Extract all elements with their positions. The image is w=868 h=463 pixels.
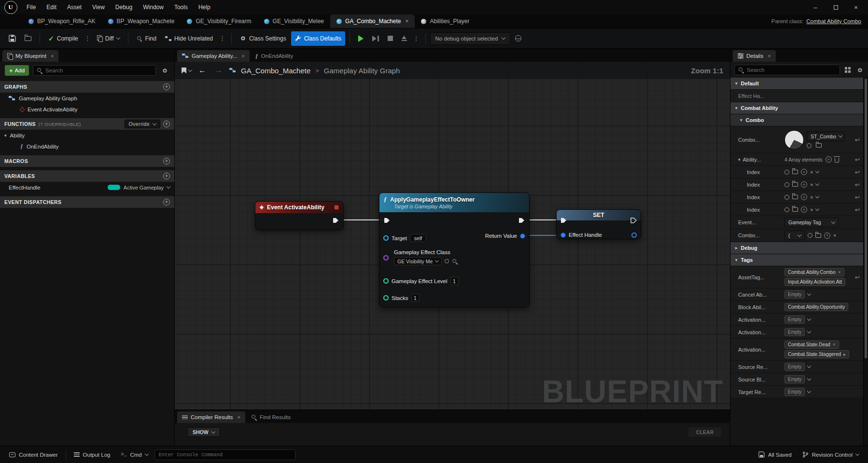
- add-button[interactable]: +Add: [5, 65, 29, 76]
- empty-tag-container[interactable]: Empty: [784, 363, 805, 371]
- class-settings-button[interactable]: Class Settings: [236, 31, 290, 46]
- revision-control-button[interactable]: Revision Control: [798, 449, 863, 461]
- insert-element-icon[interactable]: +: [801, 169, 807, 175]
- close-icon[interactable]: ×: [768, 53, 770, 59]
- remove-tag-icon[interactable]: ×: [833, 342, 836, 347]
- element-options-icon[interactable]: [815, 169, 819, 173]
- clear-array-icon[interactable]: [835, 158, 839, 163]
- class-defaults-button[interactable]: Class Defaults: [291, 31, 345, 46]
- use-selected-asset-icon[interactable]: [784, 182, 789, 187]
- tab-my-blueprint[interactable]: My Blueprint ×: [2, 50, 58, 62]
- my-blueprint-settings-button[interactable]: [160, 68, 169, 74]
- all-saved-button[interactable]: All Saved: [754, 449, 796, 461]
- menu-edit[interactable]: Edit: [41, 0, 62, 14]
- forward-button[interactable]: →: [213, 66, 224, 75]
- browse-asset-icon[interactable]: [815, 233, 821, 238]
- expand-caret-icon[interactable]: ▾: [4, 133, 7, 138]
- tag-chip[interactable]: Combat.Ability.Combo×: [784, 268, 844, 276]
- browse-to-asset-button[interactable]: [21, 31, 35, 46]
- event-tag-dropdown[interactable]: Gameplay Tag: [784, 218, 839, 227]
- insert-element-icon[interactable]: +: [801, 206, 807, 213]
- variable-effecthandle[interactable]: EffectHandle Active Gameplay: [0, 182, 174, 193]
- clear-button[interactable]: CLEAR: [688, 427, 721, 437]
- exec-in-pin[interactable]: [384, 218, 390, 223]
- reset-to-default-icon[interactable]: ↩: [852, 181, 863, 188]
- breadcrumb-root[interactable]: GA_Combo_Machete: [241, 67, 310, 75]
- chevron-down-icon[interactable]: [807, 317, 811, 321]
- section-combo[interactable]: ▾Combo: [730, 114, 863, 126]
- show-filter-dropdown[interactable]: SHOW: [187, 427, 220, 437]
- effect-handle-out-pin[interactable]: [631, 232, 637, 238]
- debug-object-dropdown[interactable]: No debug object selected: [430, 32, 511, 45]
- play-button[interactable]: [354, 31, 367, 46]
- gameplay-effect-class-pin[interactable]: [383, 255, 389, 260]
- effect-handle-in-pin[interactable]: [560, 232, 566, 238]
- override-dropdown[interactable]: Override: [125, 120, 160, 128]
- reset-to-default-icon[interactable]: ↩: [852, 274, 863, 281]
- tag-chip[interactable]: Combat.State.Dead×: [784, 340, 839, 349]
- add-event-dispatcher-icon[interactable]: +: [163, 199, 170, 205]
- stacks-field[interactable]: 1: [411, 294, 420, 302]
- combo-asset-thumbnail[interactable]: [784, 130, 804, 150]
- diff-button[interactable]: Diff: [93, 31, 124, 46]
- browse-asset-icon[interactable]: [452, 259, 458, 264]
- tab-gameplay-ability-graph[interactable]: Gameplay Ability... ×: [177, 50, 250, 62]
- close-icon[interactable]: ×: [238, 414, 240, 420]
- tag-chip[interactable]: Combat.State.Staggered▸: [784, 350, 849, 358]
- target-value-field[interactable]: self: [410, 234, 426, 242]
- tab-ga-combo-machete[interactable]: GA_Combo_Machete×: [330, 14, 415, 28]
- hide-unrelated-button[interactable]: Hide Unrelated: [161, 31, 217, 46]
- insert-element-icon[interactable]: +: [801, 194, 807, 200]
- node-set-effect-handle[interactable]: SET Effect Handle: [556, 209, 641, 239]
- add-icon[interactable]: +: [824, 232, 830, 239]
- menu-help[interactable]: Help: [193, 0, 216, 14]
- empty-tag-container[interactable]: Empty: [784, 375, 805, 383]
- gameplay-effect-level-field[interactable]: 1: [450, 277, 459, 285]
- section-macros[interactable]: MACROS+: [0, 155, 174, 167]
- combo-asset-dropdown[interactable]: ST_Combo: [807, 132, 844, 141]
- use-selected-asset-icon[interactable]: [807, 143, 812, 148]
- close-icon[interactable]: ×: [241, 53, 244, 59]
- expand-caret-icon[interactable]: ▾: [738, 157, 741, 162]
- section-variables[interactable]: VARIABLES+: [0, 170, 174, 182]
- menu-asset[interactable]: Asset: [62, 0, 87, 14]
- use-selected-asset-icon[interactable]: [784, 170, 789, 175]
- clear-icon[interactable]: ×: [833, 232, 836, 238]
- browse-asset-icon[interactable]: [816, 143, 822, 148]
- compile-button[interactable]: ✓Compile: [44, 31, 82, 46]
- function-item-onendability[interactable]: ƒOnEndAbility: [0, 141, 174, 152]
- insert-element-icon[interactable]: +: [801, 181, 807, 188]
- gameplay-effect-class-dropdown[interactable]: GE Visibility Me: [394, 257, 442, 265]
- tab-find-results[interactable]: Find Results: [246, 411, 295, 423]
- minimize-button[interactable]: –: [805, 0, 826, 14]
- tab-onendability[interactable]: ƒ OnEndAbility: [251, 50, 298, 62]
- remove-tag-icon[interactable]: ×: [838, 270, 841, 275]
- browse-asset-icon[interactable]: [792, 182, 798, 187]
- menu-view[interactable]: View: [87, 0, 110, 14]
- graph-canvas[interactable]: ← → GA_Combo_Machete > Gameplay Ability …: [175, 62, 730, 409]
- display-filter-button[interactable]: [843, 67, 852, 73]
- find-button[interactable]: Find: [133, 31, 160, 46]
- menu-file[interactable]: File: [21, 0, 41, 14]
- exec-out-pin[interactable]: [333, 218, 339, 223]
- details-scrollbar-track[interactable]: [863, 78, 868, 446]
- hide-unrelated-options-button[interactable]: ⋮: [218, 31, 227, 46]
- use-selected-asset-icon[interactable]: [808, 233, 812, 238]
- use-selected-asset-icon[interactable]: [784, 195, 789, 200]
- close-icon[interactable]: ×: [51, 53, 54, 59]
- section-graphs[interactable]: GRAPHS+: [0, 81, 174, 93]
- add-array-element-icon[interactable]: +: [826, 156, 832, 163]
- browse-asset-icon[interactable]: [792, 195, 798, 199]
- exec-out-pin[interactable]: [630, 218, 637, 223]
- frame-skip-button[interactable]: [368, 31, 383, 46]
- add-function-icon[interactable]: +: [163, 121, 170, 127]
- tag-chip[interactable]: Combat.Ability.Opportunity: [784, 303, 848, 311]
- my-blueprint-search-input[interactable]: [45, 68, 152, 73]
- close-button[interactable]: ×: [846, 0, 866, 14]
- menu-debug[interactable]: Debug: [110, 0, 138, 14]
- tab-bp-weapon-rifle-ak[interactable]: BP_Weapon_Rifle_AK: [22, 14, 102, 28]
- delete-element-icon[interactable]: ×: [810, 194, 813, 200]
- chevron-down-icon[interactable]: [807, 292, 811, 296]
- add-macro-icon[interactable]: +: [163, 158, 170, 164]
- unreal-logo-icon[interactable]: U: [0, 1, 21, 14]
